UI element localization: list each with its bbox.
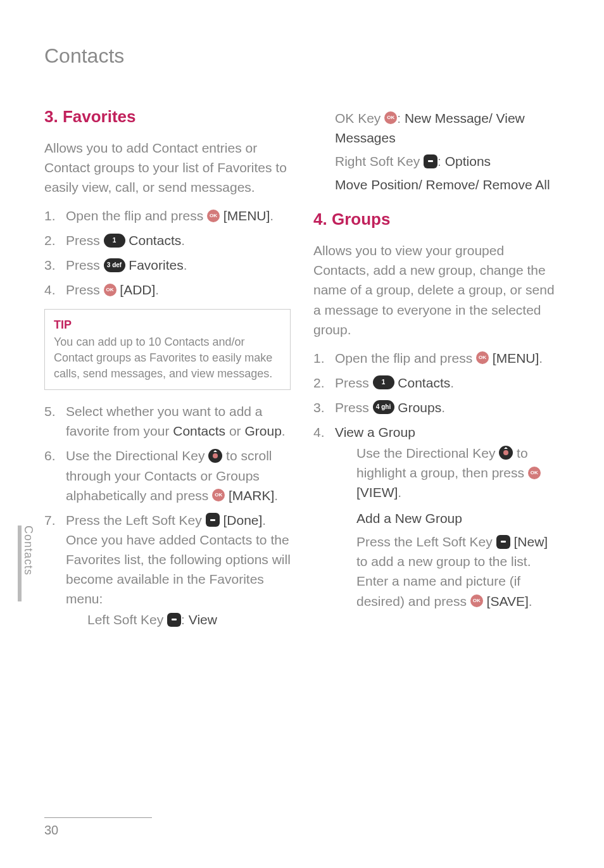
step-text: . <box>270 208 274 223</box>
left-soft-key-icon <box>167 613 181 627</box>
step-text: or <box>225 424 244 438</box>
footer-rule <box>44 817 152 818</box>
ok-key-icon <box>207 210 220 222</box>
right-column: OK Key : New Message/ View Messages Righ… <box>313 107 560 638</box>
ok-key-icon <box>476 351 489 364</box>
step-text: Right Soft Key <box>335 154 424 168</box>
footer: 30 <box>44 817 560 838</box>
step-2: Press 1 Contacts. <box>313 373 560 393</box>
left-column: 3. Favorites Allows you to add Contact e… <box>44 107 291 638</box>
step-bold: Groups <box>394 400 442 415</box>
step-bold: Move Position/ Remove/ Remove All <box>335 177 550 192</box>
left-soft-key-icon <box>206 513 220 527</box>
options-list: Move Position/ Remove/ Remove All <box>335 175 560 194</box>
step-bold: [ADD] <box>116 282 156 297</box>
ok-key-line: OK Key : New Message/ View Messages <box>335 108 560 148</box>
keypad-1-icon: 1 <box>104 234 125 248</box>
groups-intro: Allows you to view your grouped Contacts… <box>313 241 560 339</box>
step-bold: Options <box>445 154 491 168</box>
favorites-intro: Allows you to add Contact entries or Con… <box>44 138 291 197</box>
step-text: . <box>282 424 286 438</box>
step-3: Press 4 ghi Groups. <box>313 398 560 417</box>
step-text: . <box>274 488 278 503</box>
step-text: . <box>529 594 532 608</box>
step-text: : <box>397 111 405 125</box>
favorites-heading: 3. Favorites <box>44 107 291 127</box>
step-2: Press 1 Contacts. <box>44 230 291 250</box>
step-text: Open the flip and press <box>66 208 207 223</box>
left-soft-key-icon <box>496 535 510 549</box>
step-7-line: Left Soft Key : View <box>87 610 291 629</box>
step-text: Left Soft Key <box>87 612 167 627</box>
step-bold: View a Group <box>335 425 415 439</box>
step-text: . <box>441 400 445 415</box>
step-text: . <box>184 258 187 272</box>
step-text: Press <box>66 258 104 272</box>
step-text: OK Key <box>335 111 384 125</box>
step-bold: [SAVE] <box>483 594 529 608</box>
step-bold: [New] <box>510 534 548 549</box>
step-bold: [MARK] <box>225 488 274 503</box>
tip-label: TIP <box>54 317 281 333</box>
step-text: Press <box>335 375 373 390</box>
directional-key-icon <box>208 449 222 463</box>
right-soft-key-icon <box>424 154 437 168</box>
step-text: Press <box>335 400 373 415</box>
keypad-4-icon: 4 ghi <box>373 400 394 414</box>
ok-key-icon <box>528 467 541 479</box>
page-number: 30 <box>44 823 560 838</box>
groups-steps: Open the flip and press [MENU]. Press 1 … <box>313 348 560 611</box>
step-text: : <box>181 612 189 627</box>
step-3: Press 3 def Favorites. <box>44 255 291 275</box>
step-bold: Group <box>244 424 281 438</box>
step-1: Open the flip and press [MENU]. <box>313 348 560 368</box>
tip-box: TIP You can add up to 10 Contacts and/or… <box>44 309 291 391</box>
step-1: Open the flip and press [MENU]. <box>44 206 291 225</box>
favorites-steps-1: Open the flip and press [MENU]. Press 1 … <box>44 206 291 299</box>
view-group-body: Use the Directional Key to highlight a g… <box>356 443 560 502</box>
page-title: Contacts <box>44 44 560 68</box>
step-bold: [MENU] <box>493 351 539 365</box>
step-text: . <box>181 233 185 248</box>
keypad-3-icon: 3 def <box>104 258 125 272</box>
ok-key-icon <box>212 489 225 501</box>
step-bold: Favorites <box>125 258 184 272</box>
ok-key-icon <box>384 111 397 124</box>
step-text: . <box>398 485 401 500</box>
step-text: . <box>155 282 159 297</box>
keypad-1-icon: 1 <box>373 375 394 389</box>
favorites-steps-2: Select whether you want to add a favorit… <box>44 401 291 629</box>
tip-body: You can add up to 10 Contacts and/or Con… <box>54 336 272 380</box>
step-bold: Contacts <box>394 375 451 390</box>
step-text: Use the Directional Key <box>66 448 208 463</box>
step-text: . <box>539 351 543 365</box>
sidebar-section-label: Contacts <box>22 525 35 576</box>
step-4: View a Group Use the Directional Key to … <box>313 422 560 611</box>
step-4: Press [ADD]. <box>44 280 291 299</box>
directional-key-icon <box>499 446 513 460</box>
ok-key-icon <box>470 594 483 607</box>
right-soft-key-line: Right Soft Key : Options <box>335 151 560 171</box>
step-text: : <box>437 154 445 168</box>
step-text: Press <box>66 282 104 297</box>
step-text: Open the flip and press <box>335 351 476 365</box>
step-bold: [Done] <box>220 513 263 527</box>
step-bold: Contacts <box>173 424 225 438</box>
step-text: Press the Left Soft Key <box>356 534 496 549</box>
step-text: Press the Left Soft Key <box>66 513 206 527</box>
step-bold: View <box>189 612 217 627</box>
step-7: Press the Left Soft Key [Done]. Once you… <box>44 510 291 629</box>
step-bold: Contacts <box>125 233 182 248</box>
step-bold: [VIEW] <box>356 485 398 500</box>
ok-key-icon <box>104 284 116 296</box>
step-5: Select whether you want to add a favorit… <box>44 401 291 441</box>
step-text: Press <box>66 233 104 248</box>
add-group-heading: Add a New Group <box>356 508 560 528</box>
add-group-body: Press the Left Soft Key [New] to add a n… <box>356 532 560 610</box>
step-text: . <box>450 375 454 390</box>
step-bold: [MENU] <box>223 208 270 223</box>
groups-heading: 4. Groups <box>313 210 560 229</box>
step-text: Use the Directional Key <box>356 446 499 460</box>
step-6: Use the Directional Key to scroll throug… <box>44 446 291 505</box>
